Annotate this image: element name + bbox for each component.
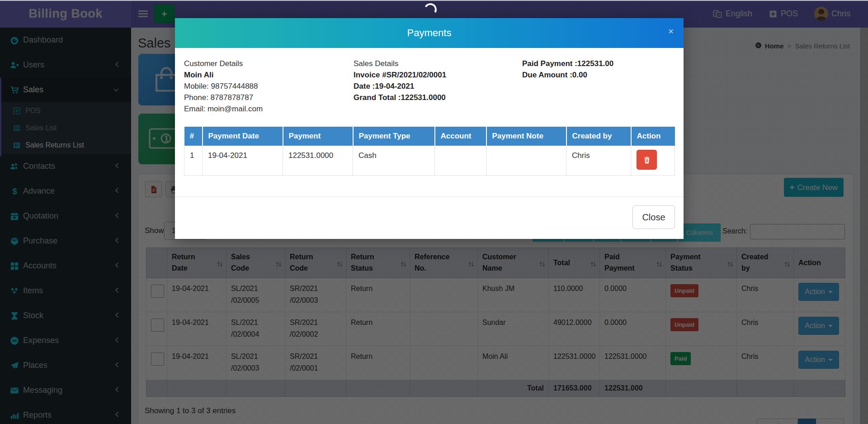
payments-column--: # (184, 127, 203, 146)
customer-email: Email: moin@mail.com (184, 103, 263, 114)
payment-row: 1 19-04-2021 122531.0000 Cash Chris (184, 146, 675, 176)
modal-footer: Close (175, 196, 684, 239)
due-amount: Due Amount :0.00 (522, 69, 613, 81)
payments-modal: Payments × Customer Details Moin Ali Mob… (175, 18, 684, 239)
page-top-edge (0, 0, 868, 1)
sales-details-heading: Sales Details (354, 58, 446, 69)
sales-date: Date :19-04-2021 (354, 81, 446, 92)
payment-date-cell: 19-04-2021 (203, 146, 283, 176)
customer-phone: Phone: 8787878787 (184, 92, 263, 103)
payment-action-cell (631, 146, 675, 176)
modal-body: Customer Details Moin Ali Mobile: 987574… (175, 48, 684, 196)
delete-payment-button[interactable] (637, 150, 657, 170)
payments-column-payment-date: Payment Date (203, 127, 283, 146)
customer-mobile: Mobile: 98757444888 (184, 81, 263, 92)
customer-details-heading: Customer Details (184, 58, 263, 69)
payment-created-by-cell: Chris (566, 146, 631, 176)
customer-name: Moin Ali (184, 69, 263, 81)
modal-title: Payments (175, 18, 684, 48)
payment-account-cell (435, 146, 486, 176)
sales-details: Sales Details Invoice #SR/2021/02/0001 D… (354, 58, 446, 103)
modal-close-icon[interactable]: × (668, 27, 674, 36)
sales-invoice: Invoice #SR/2021/02/0001 (354, 69, 446, 81)
payments-column-payment-note: Payment Note (486, 127, 566, 146)
payments-column-created-by: Created by (566, 127, 631, 146)
payment-num-cell: 1 (184, 146, 203, 176)
payment-type-cell: Cash (353, 146, 435, 176)
payment-summary: Paid Payment :122531.00 Due Amount :0.00 (522, 58, 613, 81)
billing-book-app: Billing Book + 文A English POS Chris Dash… (0, 0, 868, 424)
modal-header: Payments × (175, 18, 684, 48)
payments-column-payment-type: Payment Type (353, 127, 435, 146)
modal-close-button[interactable]: Close (632, 205, 675, 229)
customer-details: Customer Details Moin Ali Mobile: 987574… (184, 58, 263, 114)
payments-table: #Payment DatePaymentPayment TypeAccountP… (184, 127, 675, 176)
payments-column-action: Action (631, 127, 675, 146)
payment-note-cell (486, 146, 566, 176)
payment-amount-cell: 122531.0000 (283, 146, 353, 176)
sales-grand-total: Grand Total :122531.0000 (354, 92, 446, 103)
payments-column-account: Account (435, 127, 486, 146)
paid-payment: Paid Payment :122531.00 (522, 58, 613, 69)
payments-column-payment: Payment (283, 127, 353, 146)
